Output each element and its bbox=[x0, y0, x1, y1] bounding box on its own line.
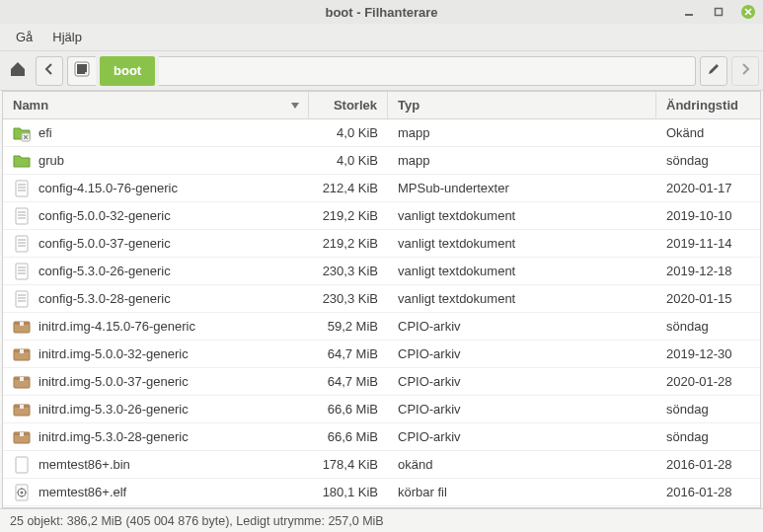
svg-rect-8 bbox=[16, 181, 28, 196]
file-mtime: söndag bbox=[656, 429, 760, 444]
file-mtime: 2020-01-15 bbox=[656, 291, 760, 306]
file-name: config-5.0.0-37-generic bbox=[38, 236, 171, 251]
file-name: initrd.img-5.3.0-26-generic bbox=[38, 402, 189, 417]
text-icon bbox=[13, 180, 31, 197]
table-row[interactable]: efi4,0 KiBmappOkänd bbox=[3, 119, 760, 147]
file-size: 64,7 MiB bbox=[309, 346, 388, 361]
file-size: 4,0 KiB bbox=[309, 125, 388, 140]
text-icon bbox=[13, 207, 31, 225]
back-button[interactable] bbox=[36, 56, 63, 86]
file-name: initrd.img-5.0.0-32-generic bbox=[38, 346, 189, 361]
archive-icon bbox=[13, 345, 31, 363]
file-type: körbar fil bbox=[388, 485, 656, 499]
table-row[interactable]: initrd.img-4.15.0-76-generic59,2 MiBCPIO… bbox=[3, 313, 760, 341]
path-crumb-boot[interactable]: boot bbox=[100, 56, 155, 86]
table-row[interactable]: config-5.0.0-37-generic219,2 KiBvanligt … bbox=[3, 230, 760, 258]
svg-rect-36 bbox=[20, 377, 24, 381]
table-row[interactable]: grub4,0 KiBmappsöndag bbox=[3, 147, 760, 175]
file-name: memtest86+.elf bbox=[38, 485, 126, 499]
table-row[interactable]: config-4.15.0-76-generic212,4 KiBMPSub-u… bbox=[3, 175, 760, 202]
path-root-button[interactable] bbox=[67, 56, 96, 86]
file-size: 66,6 MiB bbox=[309, 402, 388, 417]
table-row[interactable]: initrd.img-5.3.0-26-generic66,6 MiBCPIO-… bbox=[3, 396, 760, 423]
file-size: 4,0 KiB bbox=[309, 153, 388, 168]
path-bar[interactable] bbox=[159, 56, 696, 86]
table-row[interactable]: config-5.3.0-28-generic230,3 KiBvanligt … bbox=[3, 285, 760, 313]
maximize-button[interactable] bbox=[712, 5, 725, 19]
table-row[interactable]: config-5.0.0-32-generic219,2 KiBvanligt … bbox=[3, 202, 760, 230]
path-crumb-label: boot bbox=[114, 63, 141, 78]
column-header-mtime[interactable]: Ändringstid bbox=[656, 92, 760, 118]
status-text: 25 objekt: 386,2 MiB (405 004 876 byte),… bbox=[10, 514, 384, 528]
text-icon bbox=[13, 263, 31, 280]
archive-icon bbox=[13, 318, 31, 336]
file-type: vanligt textdokument bbox=[388, 236, 656, 251]
archive-icon bbox=[13, 401, 31, 418]
file-name: initrd.img-5.3.0-28-generic bbox=[38, 429, 189, 444]
file-manager-window: boot - Filhanterare Gå Hjälp bbox=[0, 0, 763, 532]
file-type: vanligt textdokument bbox=[388, 208, 656, 223]
menu-help[interactable]: Hjälp bbox=[42, 26, 92, 48]
svg-rect-20 bbox=[16, 264, 28, 279]
home-button[interactable] bbox=[4, 56, 32, 86]
column-header-name[interactable]: Namn bbox=[3, 92, 309, 118]
file-size: 66,6 MiB bbox=[309, 429, 388, 444]
svg-rect-1 bbox=[716, 9, 723, 16]
file-name: grub bbox=[38, 153, 64, 168]
file-type: CPIO-arkiv bbox=[388, 319, 656, 334]
file-type: vanligt textdokument bbox=[388, 264, 656, 278]
archive-icon bbox=[13, 373, 31, 391]
window-controls bbox=[682, 5, 755, 19]
titlebar: boot - Filhanterare bbox=[0, 0, 763, 24]
file-name: initrd.img-4.15.0-76-generic bbox=[38, 319, 195, 334]
file-size: 219,2 KiB bbox=[309, 208, 388, 223]
file-type: CPIO-arkiv bbox=[388, 346, 656, 361]
edit-path-button[interactable] bbox=[700, 56, 727, 86]
file-name: config-5.0.0-32-generic bbox=[38, 208, 171, 223]
file-size: 230,3 KiB bbox=[309, 291, 388, 306]
svg-rect-30 bbox=[20, 322, 24, 326]
file-name: memtest86+.bin bbox=[38, 457, 130, 472]
file-name: config-4.15.0-76-generic bbox=[38, 181, 178, 195]
file-size: 230,3 KiB bbox=[309, 264, 388, 278]
svg-rect-33 bbox=[20, 349, 24, 353]
table-row[interactable]: initrd.img-5.3.0-28-generic66,6 MiBCPIO-… bbox=[3, 423, 760, 451]
file-type: mapp bbox=[388, 125, 656, 140]
file-list: Namn Storlek Typ Ändringstid efi4,0 KiBm… bbox=[2, 91, 761, 508]
forward-button[interactable] bbox=[731, 56, 759, 86]
file-type: vanligt textdokument bbox=[388, 291, 656, 306]
exec-icon bbox=[13, 484, 31, 501]
close-button[interactable] bbox=[741, 5, 755, 19]
table-row[interactable]: memtest86+.elf180,1 KiBkörbar fil2016-01… bbox=[3, 479, 760, 506]
file-mtime: 2020-01-28 bbox=[656, 374, 760, 389]
file-name: config-5.3.0-28-generic bbox=[38, 291, 171, 306]
file-name: initrd.img-5.0.0-37-generic bbox=[38, 374, 189, 389]
column-header-size-label: Storlek bbox=[334, 98, 377, 113]
file-mtime: 2019-11-14 bbox=[656, 236, 760, 251]
table-row[interactable]: config-5.3.0-26-generic230,3 KiBvanligt … bbox=[3, 258, 760, 285]
svg-rect-42 bbox=[20, 432, 24, 436]
column-header-type[interactable]: Typ bbox=[388, 92, 656, 118]
file-mtime: söndag bbox=[656, 153, 760, 168]
table-row[interactable]: memtest86+.bin178,4 KiBokänd2016-01-28 bbox=[3, 451, 760, 479]
svg-point-6 bbox=[85, 72, 87, 74]
table-row[interactable]: initrd.img-5.0.0-37-generic64,7 MiBCPIO-… bbox=[3, 368, 760, 396]
file-size: 178,4 KiB bbox=[309, 457, 388, 472]
menubar: Gå Hjälp bbox=[0, 24, 763, 51]
archive-icon bbox=[13, 428, 31, 446]
window-title: boot - Filhanterare bbox=[0, 5, 763, 20]
file-type: CPIO-arkiv bbox=[388, 402, 656, 417]
folder-x-icon bbox=[13, 124, 31, 142]
table-row[interactable]: initrd.img-5.0.0-32-generic64,7 MiBCPIO-… bbox=[3, 341, 760, 368]
column-header-size[interactable]: Storlek bbox=[309, 92, 388, 118]
file-size: 64,7 MiB bbox=[309, 374, 388, 389]
file-type: mapp bbox=[388, 153, 656, 168]
minimize-button[interactable] bbox=[682, 5, 696, 19]
file-size: 212,4 KiB bbox=[309, 181, 388, 195]
menu-go[interactable]: Gå bbox=[6, 26, 42, 48]
file-mtime: 2016-01-28 bbox=[656, 485, 760, 499]
folder-icon bbox=[13, 152, 31, 170]
column-headers: Namn Storlek Typ Ändringstid bbox=[3, 92, 760, 119]
file-mtime: Okänd bbox=[656, 125, 760, 140]
text-icon bbox=[13, 235, 31, 253]
